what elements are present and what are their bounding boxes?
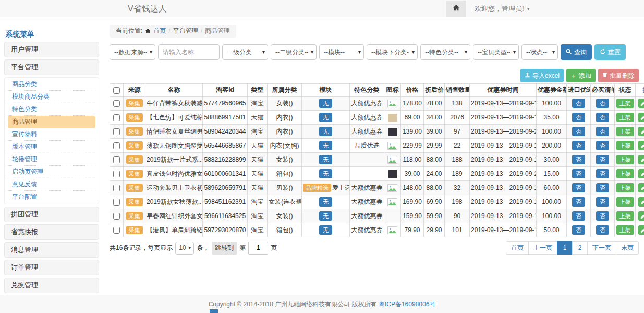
module-badge[interactable]: 品牌精选 — [303, 184, 331, 192]
per-page-select[interactable]: 10 — [175, 242, 194, 255]
status-badge[interactable]: 上架 — [616, 225, 634, 235]
module-badge[interactable]: 无 — [319, 211, 332, 221]
jump-button[interactable]: 跳转到 — [212, 242, 237, 255]
jump-page-input[interactable] — [248, 242, 268, 255]
status-badge[interactable]: 上架 — [616, 155, 634, 164]
filter-select-4[interactable]: --模块-- — [319, 44, 364, 60]
pager-item-上一页[interactable]: 上一页 — [528, 241, 557, 255]
icp-link[interactable]: 粤ICP备16098006号 — [379, 300, 435, 308]
must-buy-toggle-badge[interactable]: 否 — [596, 183, 609, 192]
sidebar-item-兑换管理[interactable]: 兑换管理 — [4, 278, 99, 293]
edit-button[interactable] — [638, 211, 644, 221]
status-badge[interactable]: 上架 — [616, 99, 634, 108]
sidebar-item-消息管理[interactable]: 消息管理 — [4, 242, 99, 258]
pager-item-首页[interactable]: 首页 — [506, 241, 529, 255]
must-buy-toggle-badge[interactable]: 否 — [596, 141, 609, 150]
row-checkbox[interactable] — [113, 142, 120, 149]
filter-select-7[interactable]: --宝贝类型-- — [473, 44, 519, 60]
import-toggle-badge[interactable]: 否 — [572, 225, 585, 235]
row-checkbox[interactable] — [113, 213, 120, 220]
must-buy-toggle-badge[interactable]: 否 — [596, 169, 609, 178]
module-badge[interactable]: 无 — [319, 225, 332, 235]
must-buy-toggle-badge[interactable]: 否 — [596, 127, 609, 136]
must-buy-toggle-badge[interactable]: 否 — [596, 225, 609, 235]
filter-select-0[interactable]: --数据来源-- — [110, 44, 155, 60]
filter-select-8[interactable]: --状态-- — [521, 44, 558, 60]
reset-button[interactable]: 重置 — [594, 44, 626, 60]
select-all-checkbox[interactable] — [113, 87, 120, 94]
module-badge[interactable]: 无 — [319, 197, 332, 207]
row-checkbox[interactable] — [113, 171, 120, 177]
edit-button[interactable] — [638, 113, 644, 122]
import-toggle-badge[interactable]: 否 — [572, 183, 585, 192]
sidebar-item-平台配置[interactable]: 平台配置 — [8, 191, 95, 203]
pager-item-末页[interactable]: 末页 — [616, 241, 639, 255]
edit-button[interactable] — [638, 169, 644, 178]
module-badge[interactable]: 无 — [319, 127, 332, 136]
user-menu[interactable]: 欢迎您，管理员! ▾ — [475, 4, 530, 14]
import-toggle-badge[interactable]: 否 — [572, 211, 585, 221]
module-badge[interactable]: 无 — [319, 155, 332, 164]
filter-select-2[interactable]: 一级分类 — [222, 44, 268, 60]
sidebar-item-订单管理[interactable]: 订单管理 — [4, 260, 99, 275]
status-badge[interactable]: 上架 — [616, 211, 634, 221]
pager-item-下一页[interactable]: 下一页 — [587, 241, 616, 255]
status-badge[interactable]: 上架 — [616, 169, 634, 178]
batch-delete-button[interactable]: 批量删除 — [598, 69, 639, 82]
import-toggle-badge[interactable]: 否 — [572, 197, 585, 207]
must-buy-toggle-badge[interactable]: 否 — [596, 155, 609, 164]
sidebar-item-商品分类[interactable]: 商品分类 — [8, 78, 95, 91]
must-buy-toggle-badge[interactable]: 否 — [596, 99, 609, 108]
edit-button[interactable] — [638, 225, 644, 235]
search-button[interactable]: 查询 — [561, 44, 592, 60]
filter-select-6[interactable]: --特色分类-- — [420, 44, 470, 60]
status-badge[interactable]: 上架 — [616, 127, 634, 136]
pager-item-2[interactable]: 2 — [572, 241, 588, 255]
import-toggle-badge[interactable]: 否 — [572, 141, 585, 150]
edit-button[interactable] — [638, 197, 644, 207]
import-toggle-badge[interactable]: 否 — [572, 127, 585, 136]
edit-button[interactable] — [638, 99, 644, 108]
sidebar-item-平台管理[interactable]: 平台管理 — [4, 59, 99, 75]
sidebar-item-意见反馈[interactable]: 意见反馈 — [8, 178, 95, 191]
import-toggle-badge[interactable]: 否 — [572, 99, 585, 108]
row-checkbox[interactable] — [113, 100, 120, 107]
edit-button[interactable] — [638, 155, 644, 164]
status-badge[interactable]: 上架 — [616, 141, 634, 150]
row-checkbox[interactable] — [113, 156, 120, 163]
module-badge[interactable]: 无 — [319, 99, 332, 108]
edit-button[interactable] — [638, 183, 644, 192]
must-buy-toggle-badge[interactable]: 否 — [596, 197, 609, 207]
import-excel-button[interactable]: 导入excel — [520, 69, 564, 82]
must-buy-toggle-badge[interactable]: 否 — [596, 211, 609, 221]
row-checkbox[interactable] — [113, 128, 120, 135]
edit-button[interactable] — [638, 141, 644, 150]
edit-button[interactable] — [638, 127, 644, 136]
breadcrumb-home-link[interactable]: 首页 — [153, 27, 166, 35]
status-badge[interactable]: 上架 — [616, 183, 634, 192]
add-button[interactable]: ＋ 添加 — [566, 69, 596, 82]
sidebar-item-轮播管理[interactable]: 轮播管理 — [8, 153, 95, 166]
sidebar-item-商品管理[interactable]: 商品管理 — [8, 116, 95, 128]
status-badge[interactable]: 上架 — [616, 113, 634, 122]
sidebar-item-版本管理[interactable]: 版本管理 — [8, 141, 95, 153]
search-name-input[interactable] — [158, 44, 220, 60]
import-toggle-badge[interactable]: 否 — [572, 155, 585, 164]
sidebar-item-特色分类[interactable]: 特色分类 — [8, 103, 95, 116]
sidebar-item-启动页管理[interactable]: 启动页管理 — [8, 166, 95, 178]
sidebar-item-宣传物料[interactable]: 宣传物料 — [8, 128, 95, 141]
filter-select-3[interactable]: --二级分类-- — [271, 44, 317, 60]
home-button[interactable] — [446, 1, 466, 17]
sidebar-item-模块商品分类[interactable]: 模块商品分类 — [8, 91, 95, 103]
status-badge[interactable]: 上架 — [616, 197, 634, 207]
module-badge[interactable]: 无 — [319, 141, 332, 150]
sidebar-item-拼团管理[interactable]: 拼团管理 — [4, 207, 99, 222]
import-toggle-badge[interactable]: 否 — [572, 169, 585, 178]
filter-select-5[interactable]: --模块下分类-- — [367, 44, 418, 60]
row-checkbox[interactable] — [113, 199, 120, 206]
row-checkbox[interactable] — [113, 114, 120, 121]
module-badge[interactable]: 无 — [319, 169, 332, 178]
import-toggle-badge[interactable]: 否 — [572, 113, 585, 122]
row-checkbox[interactable] — [113, 185, 120, 191]
must-buy-toggle-badge[interactable]: 否 — [596, 113, 609, 122]
